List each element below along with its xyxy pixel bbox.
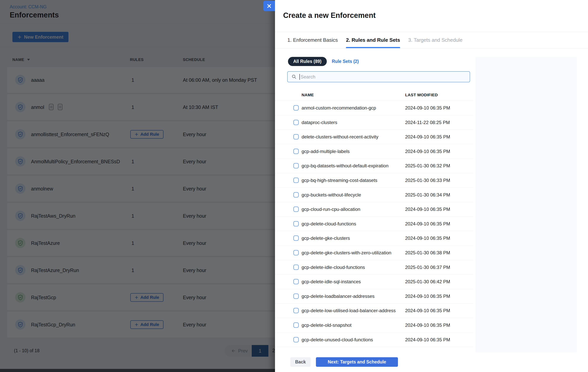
rule-row[interactable]: gcp-delete-unused-cloud-functions 2024-0… (275, 333, 473, 347)
tab-all-rules[interactable]: All Rules (89) (288, 57, 327, 66)
search-input[interactable] (300, 74, 470, 80)
rule-row[interactable]: delete-clusters-without-recent-activity … (275, 130, 473, 144)
close-icon (267, 3, 272, 9)
rule-last-modified: 2025-01-30 06:42 PM (405, 279, 450, 284)
rule-row[interactable]: gcp-bq-high-streaming-cost-datasets 2025… (275, 173, 473, 188)
rule-last-modified: 2024-11-22 08:25 PM (405, 120, 450, 125)
rule-last-modified: 2024-09-10 06:35 PM (405, 294, 450, 299)
rule-checkbox[interactable] (294, 308, 299, 313)
rule-name: gcp-buckets-without-lifecycle (302, 192, 361, 198)
rule-row[interactable]: gcp-delete-gke-clusters-with-zero-utiliz… (275, 246, 473, 260)
rule-row[interactable]: gcp-buckets-without-lifecycle 2025-01-30… (275, 188, 473, 202)
rule-name: delete-clusters-without-recent-activity (302, 134, 378, 140)
rule-last-modified: 2024-09-10 06:35 PM (405, 322, 450, 328)
rules-list: anmol-custom-recommendation-gcp 2024-09-… (275, 101, 473, 349)
step-targets-and-schedule: 3. Targets and Schedule (408, 32, 462, 48)
rule-name: gcp-delete-idle-cloud-functions (302, 265, 365, 270)
rule-name: dataproc-clusters (302, 120, 337, 125)
rules-list-header: NAME LAST MODIFIED (275, 90, 473, 100)
rule-row[interactable]: dataproc-clusters 2024-11-22 08:25 PM (275, 115, 473, 130)
rule-name: gcp-delete-unused-cloud-functions (302, 337, 373, 342)
tab-rule-sets[interactable]: Rule Sets (2) (332, 59, 359, 64)
rule-checkbox[interactable] (294, 265, 299, 270)
rule-name: gcp-delete-idle-sql-instances (302, 279, 361, 284)
create-enforcement-drawer: Create a new Enforcement 1. Enforcement … (275, 0, 588, 372)
rule-row[interactable]: gcp-delete-idle-cloud-functions 2025-01-… (275, 260, 473, 275)
rule-last-modified: 2024-09-10 06:35 PM (405, 308, 450, 313)
close-drawer-button[interactable] (263, 1, 275, 11)
rule-name: gcp-delete-gke-clusters (302, 236, 350, 241)
rule-name: anmol-custom-recommendation-gcp (302, 105, 376, 111)
rule-row[interactable]: gcp-add-multiple-labels 2024-09-10 06:35… (275, 144, 473, 159)
search-icon (292, 74, 297, 79)
rule-row[interactable]: gcp-delete-low-utilised-load-balancer-ad… (275, 304, 473, 318)
rules-column-last-modified: LAST MODIFIED (405, 93, 438, 97)
rule-last-modified: 2025-01-30 06:37 PM (405, 265, 450, 270)
rule-row[interactable]: gcp-delete-idle-sql-instances 2025-01-30… (275, 274, 473, 289)
rule-name: gcp-bq-datasets-without-default-expirati… (302, 163, 388, 169)
selected-rules-panel (475, 57, 577, 352)
rule-last-modified: 2024-09-10 06:35 PM (405, 337, 450, 342)
rule-name: gcp-delete-old-snapshot (302, 322, 352, 328)
rule-last-modified: 2025-01-30 06:32 PM (405, 163, 450, 169)
rule-last-modified: 2025-01-30 06:38 PM (405, 250, 450, 255)
wizard-steps: 1. Enforcement Basics 2. Rules and Rule … (275, 32, 588, 48)
rule-name: gcp-delete-gke-clusters-with-zero-utiliz… (302, 250, 391, 255)
rule-last-modified: 2024-09-10 06:35 PM (405, 134, 450, 140)
step-enforcement-basics[interactable]: 1. Enforcement Basics (287, 32, 338, 48)
back-button[interactable]: Back (290, 357, 311, 367)
rule-row[interactable]: gcp-cloud-run-cpu-allocation 2024-09-10 … (275, 202, 473, 217)
rule-checkbox[interactable] (294, 279, 299, 284)
rule-checkbox[interactable] (294, 294, 299, 299)
rules-tab-switch: All Rules (89) Rule Sets (2) (288, 57, 359, 66)
rule-checkbox[interactable] (294, 236, 299, 241)
rule-last-modified: 2025-01-30 06:34 PM (405, 192, 450, 198)
rule-last-modified: 2024-09-10 06:35 PM (405, 105, 450, 111)
rule-checkbox[interactable] (294, 178, 299, 183)
rule-row[interactable]: gcp-delete-gke-clusters 2024-09-10 06:35… (275, 231, 473, 246)
rules-column-name: NAME (302, 93, 314, 97)
rule-last-modified: 2024-09-10 06:35 PM (405, 221, 450, 227)
rule-last-modified: 2024-09-10 06:35 PM (405, 236, 450, 241)
rule-row[interactable]: anmol-custom-recommendation-gcp 2024-09-… (275, 101, 473, 115)
rules-search-box (287, 71, 470, 82)
rule-checkbox[interactable] (294, 207, 299, 212)
active-step-underline (346, 47, 400, 48)
rule-checkbox[interactable] (294, 322, 299, 328)
rule-checkbox[interactable] (294, 149, 299, 154)
rule-name: gcp-cloud-run-cpu-allocation (302, 207, 360, 212)
rule-checkbox[interactable] (294, 134, 299, 139)
rule-checkbox[interactable] (294, 221, 299, 226)
rule-last-modified: 2024-09-10 06:35 PM (405, 207, 450, 212)
rule-checkbox[interactable] (294, 120, 299, 125)
rule-checkbox[interactable] (294, 337, 299, 342)
step-rules-and-rule-sets[interactable]: 2. Rules and Rule Sets (346, 32, 400, 48)
rule-checkbox[interactable] (294, 192, 299, 197)
rule-name: gcp-delete-low-utilised-load-balancer-ad… (302, 308, 396, 313)
modal-dim-overlay[interactable] (0, 0, 275, 372)
rule-row[interactable]: gcp-delete-loadbalancer-addresses 2024-0… (275, 289, 473, 304)
rule-checkbox[interactable] (294, 105, 299, 110)
rule-checkbox[interactable] (294, 250, 299, 255)
rule-name: gcp-add-multiple-labels (302, 149, 350, 154)
rule-name: gcp-delete-cloud-functions (302, 221, 356, 227)
rule-row[interactable]: gcp-bq-datasets-without-default-expirati… (275, 159, 473, 173)
rule-row[interactable]: gcp-delete-cloud-functions 2024-09-10 06… (275, 217, 473, 231)
rule-row[interactable]: gcp-delete-old-snapshot 2024-09-10 06:35… (275, 318, 473, 333)
rule-last-modified: 2024-09-10 06:35 PM (405, 149, 450, 154)
drawer-title: Create a new Enforcement (283, 11, 376, 20)
rule-name: gcp-bq-high-streaming-cost-datasets (302, 178, 378, 183)
next-targets-schedule-button[interactable]: Next: Targets and Schedule (316, 357, 398, 367)
rule-checkbox[interactable] (294, 163, 299, 168)
rule-last-modified: 2025-01-30 06:33 PM (405, 178, 450, 183)
rule-name: gcp-delete-loadbalancer-addresses (302, 294, 375, 299)
